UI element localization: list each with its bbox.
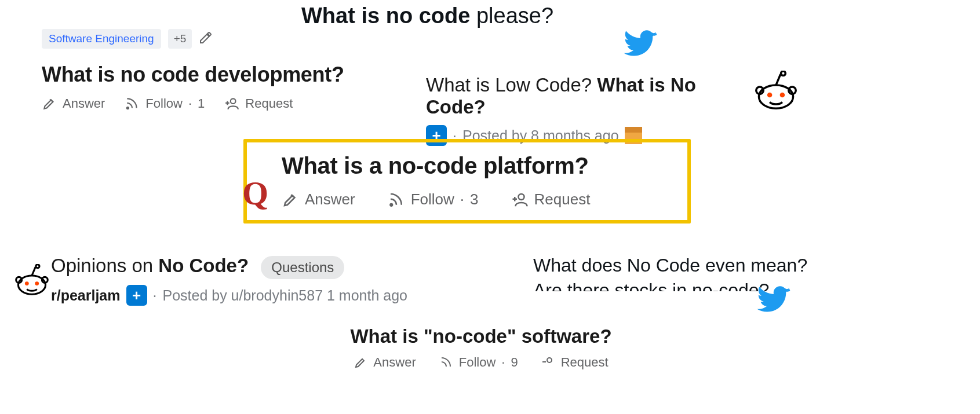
tweet-text-rest: please? bbox=[470, 3, 553, 28]
svg-point-13 bbox=[25, 281, 29, 285]
follow-separator: · bbox=[460, 190, 464, 208]
svg-point-5 bbox=[767, 93, 773, 98]
twitter-icon bbox=[753, 284, 795, 321]
quora-icon: Q bbox=[242, 174, 268, 213]
svg-point-1 bbox=[231, 98, 236, 104]
svg-point-0 bbox=[127, 107, 129, 109]
reddit-icon bbox=[753, 71, 799, 113]
quora-question-card: Software Engineering +5 What is no code … bbox=[42, 29, 366, 111]
answer-label: Answer bbox=[63, 96, 105, 111]
topic-chip[interactable]: Software Engineering bbox=[42, 29, 161, 49]
dot-separator: · bbox=[153, 287, 157, 304]
follow-count: 3 bbox=[470, 190, 478, 208]
request-button[interactable]: Request bbox=[224, 96, 293, 111]
reddit-meta-row: r/pearljam + · Posted by u/brodyhin587 1… bbox=[51, 285, 515, 306]
tweet-card: What does No Code even mean? Are there s… bbox=[533, 255, 898, 291]
title-part-a: Opinions on bbox=[51, 255, 158, 276]
follow-label: Follow bbox=[145, 96, 183, 111]
svg-point-11 bbox=[16, 277, 22, 283]
reddit-post-card: Opinions on No Code? Questions r/pearlja… bbox=[51, 255, 515, 306]
reddit-post-title[interactable]: Opinions on No Code? Questions bbox=[51, 255, 515, 279]
follow-separator: · bbox=[188, 96, 192, 111]
reddit-icon bbox=[14, 264, 50, 299]
follow-button[interactable]: Follow · 1 bbox=[125, 96, 205, 111]
svg-point-6 bbox=[780, 93, 785, 98]
follow-button[interactable]: Follow · 9 bbox=[439, 356, 518, 369]
follow-count: 9 bbox=[511, 356, 518, 369]
posted-by-text: Posted by u/brodyhin587 1 month ago bbox=[162, 287, 407, 304]
more-topics-chip[interactable]: +5 bbox=[168, 29, 192, 49]
follow-label: Follow bbox=[459, 356, 496, 369]
quora-question-card: What is "no-code" software? Answer Follo… bbox=[272, 325, 690, 369]
svg-point-12 bbox=[42, 277, 48, 283]
topic-row: Software Engineering +5 bbox=[42, 29, 366, 49]
tweet-text-bold: What is no code bbox=[301, 3, 470, 28]
answer-label: Answer bbox=[305, 190, 355, 208]
twitter-icon bbox=[620, 28, 662, 65]
request-label: Request bbox=[534, 190, 591, 208]
reddit-post-card: What is Low Code? What is No Code? + · P… bbox=[426, 74, 751, 146]
title-part-b: No Code? bbox=[158, 255, 249, 276]
follow-label: Follow bbox=[411, 190, 454, 208]
svg-point-16 bbox=[547, 358, 552, 362]
follow-count: 1 bbox=[198, 96, 205, 111]
tweet-text: What is no code please? bbox=[301, 3, 672, 28]
answer-button[interactable]: Answer bbox=[42, 96, 105, 111]
svg-point-15 bbox=[36, 265, 39, 268]
follow-separator: · bbox=[501, 356, 505, 369]
answer-label: Answer bbox=[373, 356, 416, 369]
tweet-card: BrainyInvestor @BrainyIn What is no code… bbox=[301, 0, 672, 28]
join-button[interactable]: + bbox=[126, 285, 147, 306]
follow-button[interactable]: Follow · 3 bbox=[388, 190, 479, 208]
action-row-clipped: Answer Follow · 9 Request bbox=[272, 356, 690, 369]
action-row: Answer Follow · 3 Request bbox=[282, 190, 675, 208]
reddit-post-title[interactable]: What is Low Code? What is No Code? bbox=[426, 74, 751, 118]
tweet-text-line1: What does No Code even mean? bbox=[533, 255, 898, 276]
answer-button[interactable]: Answer bbox=[354, 356, 416, 369]
svg-point-14 bbox=[35, 281, 39, 285]
tweet-text-line2-clipped: Are there stocks in no-code? bbox=[533, 280, 898, 291]
request-button[interactable]: Request bbox=[541, 356, 609, 369]
request-label: Request bbox=[245, 96, 293, 111]
svg-point-7 bbox=[781, 71, 786, 76]
svg-point-9 bbox=[518, 194, 524, 200]
svg-point-8 bbox=[390, 203, 392, 206]
subreddit-link[interactable]: r/pearljam bbox=[51, 287, 121, 304]
highlighted-question-card: What is a no-code platform? Answer Follo… bbox=[243, 139, 691, 224]
question-title[interactable]: What is no code development? bbox=[42, 63, 366, 87]
flair-pill[interactable]: Questions bbox=[261, 256, 344, 279]
request-label: Request bbox=[561, 356, 609, 369]
answer-button[interactable]: Answer bbox=[282, 190, 355, 208]
action-row: Answer Follow · 1 Request bbox=[42, 96, 366, 111]
edit-icon[interactable] bbox=[199, 31, 213, 47]
question-title[interactable]: What is a no-code platform? bbox=[282, 153, 675, 179]
request-button[interactable]: Request bbox=[511, 190, 591, 208]
question-title[interactable]: What is "no-code" software? bbox=[272, 325, 690, 347]
title-part-a: What is Low Code? bbox=[426, 74, 597, 96]
